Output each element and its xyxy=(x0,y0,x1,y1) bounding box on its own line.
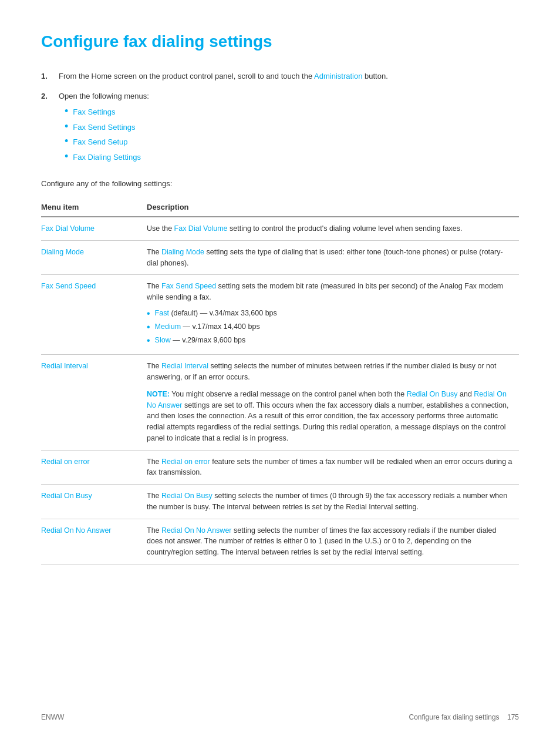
speed-slow: Slow — v.29/max 9,600 bps xyxy=(155,335,246,346)
settings-table: Menu item Description Fax Dial Volume Us… xyxy=(41,197,519,564)
step-2-text: Open the following menus: xyxy=(59,92,149,100)
description-fax-dial-volume: Use the Fax Dial Volume setting to contr… xyxy=(147,217,519,240)
description-redial-on-busy: The Redial On Busy setting selects the n… xyxy=(147,485,519,519)
footer-right: Configure fax dialing settings 175 xyxy=(409,712,519,723)
footer-page-number: 175 xyxy=(507,713,519,721)
table-row: Redial Interval The Redial Interval sett… xyxy=(41,355,519,450)
bullet-icon: • xyxy=(65,121,68,132)
step-1-text-after: button. xyxy=(362,72,387,80)
description-redial-interval: The Redial Interval setting selects the … xyxy=(147,355,519,450)
list-item: • Fax Settings xyxy=(65,106,519,118)
menu-item-fax-send-settings[interactable]: Fax Send Settings xyxy=(73,122,135,133)
note-label: NOTE: xyxy=(147,390,170,398)
footer-label: Configure fax dialing settings xyxy=(409,713,500,721)
speed-options-list: • Fast (default) — v.34/max 33,600 bps •… xyxy=(147,308,513,347)
inline-link[interactable]: Redial on error xyxy=(161,458,210,466)
menu-item-fax-send-speed[interactable]: Fax Send Speed xyxy=(41,275,147,355)
inline-link[interactable]: Fax Dial Volume xyxy=(174,224,228,233)
bullet-icon: • xyxy=(65,106,68,116)
inline-link[interactable]: Fax Send Speed xyxy=(161,282,216,290)
table-row: Redial On No Answer The Redial On No Ans… xyxy=(41,519,519,564)
menu-item-redial-on-error[interactable]: Redial on error xyxy=(41,450,147,485)
step-2-number: 2. xyxy=(41,90,59,167)
table-row: Dialing Mode The Dialing Mode setting se… xyxy=(41,240,519,275)
description-redial-on-error: The Redial on error feature sets the num… xyxy=(147,450,519,485)
bullet-icon: • xyxy=(147,335,150,346)
menu-item-fax-settings[interactable]: Fax Settings xyxy=(73,106,115,118)
page-title: Configure fax dialing settings xyxy=(41,29,519,54)
step-1: 1. From the Home screen on the product c… xyxy=(41,70,519,82)
bullet-icon: • xyxy=(65,151,68,162)
table-row: Redial on error The Redial on error feat… xyxy=(41,450,519,485)
table-row: Redial On Busy The Redial On Busy settin… xyxy=(41,485,519,519)
note-text-before: You might observe a redial message on th… xyxy=(170,390,407,398)
bullet-icon: • xyxy=(147,321,150,332)
note-block: NOTE: You might observe a redial message… xyxy=(147,389,513,444)
speed-fast: Fast (default) — v.34/max 33,600 bps xyxy=(155,308,277,319)
description-dialing-mode: The Dialing Mode setting sets the type o… xyxy=(147,240,519,275)
step-1-content: From the Home screen on the product cont… xyxy=(59,70,519,82)
menu-item-fax-send-setup[interactable]: Fax Send Setup xyxy=(73,136,127,148)
inline-link[interactable]: Redial Interval xyxy=(161,362,208,370)
list-item: • Slow — v.29/max 9,600 bps xyxy=(147,335,513,346)
step-1-text-before: From the Home screen on the product cont… xyxy=(59,72,314,80)
list-item: • Medium — v.17/max 14,400 bps xyxy=(147,321,513,332)
note-link1[interactable]: Redial On Busy xyxy=(407,390,458,398)
list-item: • Fax Dialing Settings xyxy=(65,152,519,163)
speed-medium: Medium — v.17/max 14,400 bps xyxy=(155,321,260,332)
step-2: 2. Open the following menus: • Fax Setti… xyxy=(41,90,519,167)
list-item: • Fast (default) — v.34/max 33,600 bps xyxy=(147,308,513,319)
bullet-icon: • xyxy=(147,308,150,319)
table-row: Fax Send Speed The Fax Send Speed settin… xyxy=(41,275,519,355)
menu-item-redial-interval[interactable]: Redial Interval xyxy=(41,355,147,450)
step-1-number: 1. xyxy=(41,70,59,82)
menu-item-fax-dialing-settings[interactable]: Fax Dialing Settings xyxy=(73,152,141,163)
inline-link[interactable]: Dialing Mode xyxy=(161,248,204,256)
footer-left: ENWW xyxy=(41,712,64,723)
menu-list: • Fax Settings • Fax Send Settings • Fax… xyxy=(65,106,519,163)
menu-item-redial-on-busy[interactable]: Redial On Busy xyxy=(41,485,147,519)
col-menu-item-header: Menu item xyxy=(41,197,147,217)
step-2-content: Open the following menus: • Fax Settings… xyxy=(59,90,519,167)
description-fax-send-speed: The Fax Send Speed setting sets the mode… xyxy=(147,275,519,355)
note-text-after: settings are set to off. This occurs whe… xyxy=(147,401,509,442)
table-header-row: Menu item Description xyxy=(41,197,519,217)
page-footer: ENWW Configure fax dialing settings 175 xyxy=(41,712,519,723)
list-item: • Fax Send Setup xyxy=(65,136,519,148)
configure-text: Configure any of the following settings: xyxy=(41,178,519,190)
step-1-link[interactable]: Administration xyxy=(314,72,362,80)
table-row: Fax Dial Volume Use the Fax Dial Volume … xyxy=(41,217,519,240)
menu-item-dialing-mode[interactable]: Dialing Mode xyxy=(41,240,147,275)
description-redial-on-no-answer: The Redial On No Answer setting selects … xyxy=(147,519,519,564)
col-description-header: Description xyxy=(147,197,519,217)
inline-link[interactable]: Redial On No Answer xyxy=(161,526,232,535)
menu-item-fax-dial-volume[interactable]: Fax Dial Volume xyxy=(41,217,147,240)
bullet-icon: • xyxy=(65,136,68,146)
inline-link[interactable]: Redial On Busy xyxy=(161,492,212,500)
menu-item-redial-on-no-answer[interactable]: Redial On No Answer xyxy=(41,519,147,564)
list-item: • Fax Send Settings xyxy=(65,122,519,133)
note-text-mid: and xyxy=(458,390,474,398)
